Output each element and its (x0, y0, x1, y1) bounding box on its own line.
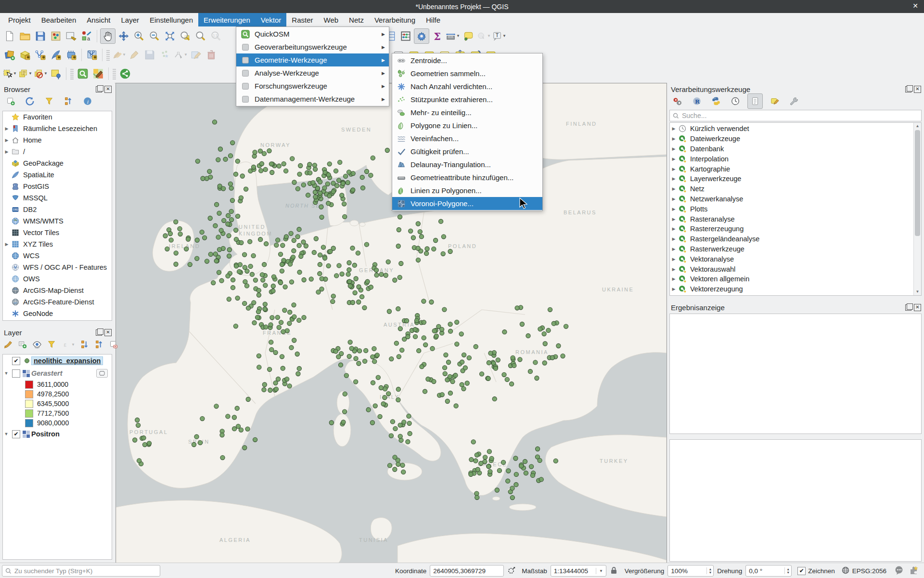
processing-group[interactable]: ▶ Netzwerkanalyse (670, 194, 914, 204)
layer-row-positron[interactable]: ▼ ✔ Positron (3, 428, 112, 440)
save-project[interactable] (33, 29, 48, 43)
zoom-out[interactable] (147, 29, 162, 43)
new-virtual-layer[interactable]: ✱ (64, 48, 78, 62)
select-by-location[interactable] (49, 66, 63, 81)
browser-item[interactable]: ▶ MSSQL (3, 192, 112, 204)
menu-stuetzpunkte-extrahieren[interactable]: Stützpunkte extrahieren... (392, 93, 542, 106)
measure-tool[interactable]: ▼ (446, 29, 460, 43)
quickmapservices[interactable] (91, 66, 105, 81)
layer-label[interactable]: Gerastert (31, 369, 62, 377)
zoom-to-layer[interactable] (178, 29, 192, 43)
browser-item[interactable]: ▶ OWS (3, 273, 112, 285)
menu-delaunay-triangulation[interactable]: Delaunay-Triangulation... (392, 158, 542, 171)
statistics-summary[interactable]: Σ (430, 29, 445, 43)
field-calculator[interactable] (398, 29, 413, 43)
menu-vereinfachen[interactable]: Vereinfachen... (392, 132, 542, 145)
menu-quickosm[interactable]: QuickOSM ▶ (236, 27, 389, 40)
browser-item[interactable]: ▶ WCS (3, 250, 112, 262)
layer-checkbox[interactable]: ✔ (12, 357, 20, 365)
select-by-form[interactable]: ▼ (18, 66, 32, 81)
processing-results-viewer[interactable] (747, 93, 763, 109)
deselect-features[interactable]: ▼ (33, 66, 48, 81)
crs-globe-icon[interactable] (842, 566, 849, 576)
toggle-editing[interactable] (127, 48, 141, 62)
menu-geoverarbeitungswerkzeuge[interactable]: Geoverarbeitungswerkzeuge ▶ (236, 40, 389, 53)
layer-label[interactable]: neolithic_expansion (31, 356, 103, 365)
zoom-native[interactable]: 1:1 (209, 29, 223, 43)
current-edits[interactable]: ▼ (112, 48, 126, 62)
browser-item[interactable]: ▶ XYZ Tiles (3, 238, 112, 250)
browser-item[interactable]: ▶ ArcGIS-Feature-Dienst (3, 296, 112, 308)
browser-item[interactable]: ▶ ArcGIS-Map-Dienst (3, 285, 112, 296)
messages-icon[interactable] (894, 566, 904, 576)
layer-checkbox[interactable] (12, 369, 20, 378)
menu-geometrie-werkzeuge[interactable]: Geometrie-Werkzeuge ▶ (236, 53, 389, 66)
processing-options[interactable] (787, 94, 801, 108)
processing-scrollbar[interactable]: ▲▼ (913, 123, 921, 295)
menu-forschungswerkzeuge[interactable]: Forschungswerkzeuge ▶ (236, 79, 389, 92)
new-shapefile-layer[interactable]: ✱ (85, 48, 99, 62)
processing-python[interactable] (709, 94, 723, 108)
processing-group[interactable]: ▶ Netz (670, 184, 914, 194)
symbology[interactable]: a (79, 29, 94, 43)
layer-add-group[interactable] (18, 337, 27, 352)
processing-group[interactable]: ▶ Kürzlich verwendet (670, 124, 914, 134)
new-spatialite-layer[interactable]: ✱ (49, 48, 63, 62)
processing-group[interactable]: ▶ Vektoren allgemein (670, 274, 914, 284)
layer-collapse-all[interactable] (94, 337, 104, 352)
locator-search-input[interactable]: Zu suchender Typ (Strg+K) (2, 565, 160, 577)
processing-group[interactable]: ▶ Dateiwerkzeuge (670, 134, 914, 144)
layer-remove[interactable] (109, 337, 118, 352)
run-feature-action[interactable]: ▼ (476, 29, 491, 43)
menubar-item-hilfe[interactable]: Verarbeitung (369, 13, 421, 26)
browser-item[interactable]: ▶ Home (3, 134, 112, 146)
menu-analyse-werkzeuge[interactable]: Analyse-Werkzeuge ▶ (236, 66, 389, 79)
processing-group[interactable]: ▶ Layerwerkzeuge (670, 174, 914, 184)
browser-item[interactable]: ▶ WMS/WMTS (3, 215, 112, 227)
browser-item[interactable]: ▶ PostGIS (3, 181, 112, 192)
text-annotation[interactable]: T▼ (492, 29, 506, 43)
browser-item[interactable]: ▶ GeoPackage (3, 158, 112, 169)
plugin-icon[interactable] (909, 565, 919, 577)
processing-group[interactable]: ▶ Rastergeländeanalyse (670, 234, 914, 244)
quickosm[interactable] (76, 66, 90, 81)
new-geopackage-layer[interactable]: ✱ (18, 48, 32, 62)
render-checkbox[interactable]: ✔ (797, 567, 806, 575)
results-float-button[interactable] (905, 304, 911, 311)
processing-group[interactable]: ▶ Interpolation (670, 154, 914, 164)
coordinate-input[interactable]: 2640905,3069729 (430, 565, 504, 577)
browser-item[interactable]: ▶ GeoNode (3, 308, 112, 319)
menubar-item-raster[interactable]: Vektor (256, 13, 287, 26)
processing-group[interactable]: ▶ Plotts (670, 204, 914, 214)
open-project[interactable] (18, 29, 32, 43)
layer-float-button[interactable] (96, 329, 102, 336)
menubar-item-web[interactable]: Raster (286, 13, 318, 26)
menubar-item-netz[interactable]: Web (319, 13, 344, 26)
data-source-manager[interactable] (2, 48, 17, 62)
processing-group[interactable]: ▶ Datenbank (670, 144, 914, 154)
zoom-full-extent[interactable] (163, 29, 177, 43)
layer-row-gerastert[interactable]: ▼ Gerastert (3, 367, 112, 380)
menu-polygone-zu-linien[interactable]: Polygone zu Linien... (392, 119, 542, 132)
browser-item[interactable]: ▶ WFS / OGC API - Features (3, 262, 112, 273)
menubar-item-12[interactable]: Hilfe (421, 13, 446, 26)
modify-attributes[interactable] (189, 48, 203, 62)
processing-float-button[interactable] (905, 86, 911, 92)
menu-nach-anzahl-verdichten[interactable]: Nach Anzahl verdichten... (392, 80, 542, 93)
menu-datenmanagement-werkzeuge[interactable]: Datenmanagement-Werkzeuge ▶ (236, 92, 389, 105)
extents-icon[interactable] (507, 566, 515, 576)
menu-geometrieattribute-hinzufuegen[interactable]: Geometrieattribute hinzufügen... (392, 171, 542, 184)
processing-group[interactable]: ▶ Rasterwerkzeuge (670, 244, 914, 254)
add-point-feature[interactable] (158, 48, 172, 62)
browser-collapse-all[interactable] (61, 94, 76, 108)
browser-item[interactable]: ▶ Räumliche Lesezeichen (3, 123, 112, 134)
new-vector-layer[interactable]: ✱ (33, 48, 48, 62)
layer-checkbox[interactable]: ✔ (12, 430, 20, 438)
save-layer-edits[interactable] (142, 48, 157, 62)
layer-close-button[interactable]: ✕ (104, 329, 112, 336)
browser-item[interactable]: ▶ / (3, 146, 112, 158)
scale-combobox[interactable]: 1:13444005 ▼ (551, 565, 606, 577)
menubar-item-erweiterungen[interactable]: Einstellungen (144, 13, 198, 26)
new-project[interactable] (2, 29, 17, 43)
zoom-to-selection[interactable] (193, 29, 208, 43)
